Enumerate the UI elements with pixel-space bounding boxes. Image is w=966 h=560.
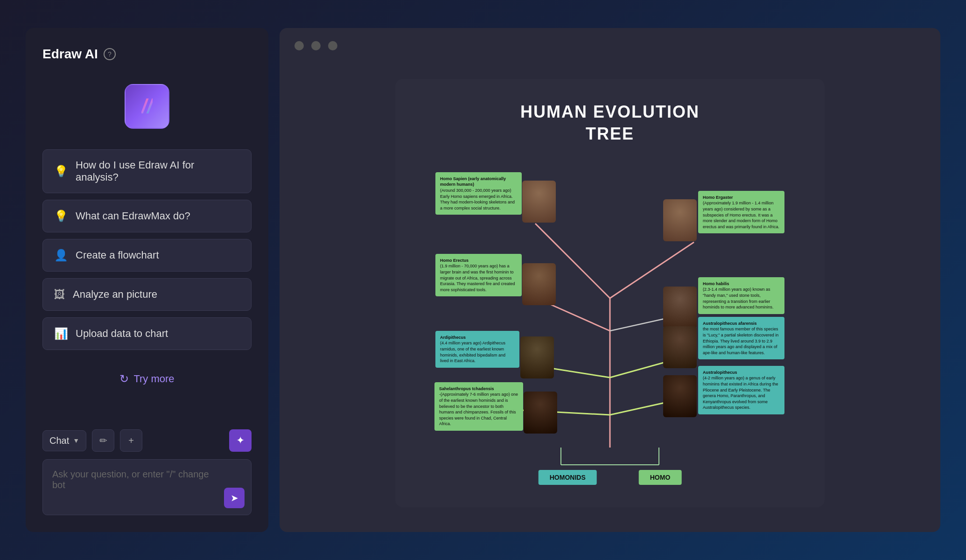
evolution-card: HUMAN EVOLUTIONTREE	[395, 79, 825, 507]
btn-upload-label: Upload data to chart	[76, 328, 168, 340]
main-header	[280, 28, 940, 63]
btn-analyze[interactable]: 🖼 Analyze an picture	[42, 278, 252, 311]
chat-send-button[interactable]: ➤	[224, 488, 245, 508]
chat-input-area[interactable]: Ask your question, or enter "/" change b…	[42, 459, 252, 515]
btn-upload[interactable]: 📊 Upload data to chart	[42, 317, 252, 350]
window-dot-2	[311, 41, 321, 50]
app-container: Edraw AI ? // 💡 How do I use Edraw AI fo…	[26, 28, 940, 532]
homo-sapien-box: Homo Sapien (early anatomically modern h…	[435, 172, 522, 215]
homo-ergaster-box: Homo Ergaster (Approximately 1.9 million…	[698, 191, 784, 234]
chat-select[interactable]: Chat ▼	[42, 430, 86, 451]
image-icon: 🖼	[54, 288, 65, 301]
figure-sahelanthropus	[524, 392, 557, 434]
bulb-icon-2: 💡	[54, 210, 68, 223]
tree-container: Homo Sapien (early anatomically modern h…	[421, 168, 798, 485]
bulb-icon-1: 💡	[54, 165, 68, 178]
figure-homo-ergaster	[663, 199, 697, 241]
toolbar-edit-btn[interactable]: ✏	[92, 429, 114, 452]
homo-habilis-box: Homo habilis (2.3-1.4 million years ago)…	[698, 277, 784, 314]
sidebar: Edraw AI ? // 💡 How do I use Edraw AI fo…	[26, 28, 268, 532]
person-icon: 👤	[54, 249, 68, 262]
evolution-title: HUMAN EVOLUTIONTREE	[421, 101, 798, 145]
logo-icon: //	[141, 95, 152, 118]
austra-afarensis-box: Australopithecus afarensis the most famo…	[698, 317, 784, 360]
action-buttons: 💡 How do I use Edraw AI for analysis? 💡 …	[42, 149, 252, 350]
figure-austra-afarensis	[663, 326, 697, 368]
chart-icon: 📊	[54, 327, 68, 340]
edit-icon: ✏	[99, 435, 107, 446]
toolbar-add-btn[interactable]: +	[120, 429, 142, 452]
logo-wrapper: //	[42, 84, 252, 129]
btn-analyze-label: Analyze an picture	[73, 288, 157, 301]
toolbar-purple-btn[interactable]: ✦	[229, 429, 252, 452]
add-icon: +	[128, 435, 134, 446]
figure-australopithecus	[663, 375, 697, 417]
window-dot-1	[294, 41, 304, 50]
btn-edrawmax[interactable]: 💡 What can EdrawMax do?	[42, 200, 252, 232]
send-icon: ➤	[231, 492, 238, 504]
refresh-icon: ↻	[119, 372, 129, 385]
logo-box: //	[125, 84, 169, 129]
figure-homo-habilis	[663, 287, 697, 329]
figure-ardipithecus	[520, 336, 554, 378]
btn-flowchart-label: Create a flowchart	[76, 249, 159, 261]
chat-toolbar: Chat ▼ ✏ + ✦	[42, 429, 252, 452]
sahelanthropus-box: Sahelanthropus tchadensis -(Approximatel…	[434, 382, 523, 431]
btn-analysis[interactable]: 💡 How do I use Edraw AI for analysis?	[42, 149, 252, 193]
chevron-down-icon: ▼	[73, 437, 79, 444]
figure-homo-sapien	[522, 181, 556, 223]
homo-erectus-box: Homo Erectus (1.9 million - 70,000 years…	[435, 254, 522, 297]
try-more-button[interactable]: ↻ Try more	[42, 365, 252, 393]
window-dot-3	[328, 41, 337, 50]
btn-flowchart[interactable]: 👤 Create a flowchart	[42, 239, 252, 272]
figure-homo-erectus	[522, 263, 556, 305]
homonids-label: HOMONIDS	[539, 470, 597, 485]
sparkle-icon: ✦	[236, 434, 245, 447]
btn-edrawmax-label: What can EdrawMax do?	[76, 210, 190, 222]
app-title: Edraw AI	[42, 47, 98, 62]
sidebar-header: Edraw AI ?	[42, 47, 252, 62]
main-content: HUMAN EVOLUTIONTREE	[280, 63, 940, 532]
main-area: HUMAN EVOLUTIONTREE	[280, 28, 940, 532]
btn-analysis-label: How do I use Edraw AI for analysis?	[76, 159, 240, 183]
homo-label: HOMO	[639, 470, 682, 485]
chat-select-label: Chat	[49, 435, 69, 446]
help-icon[interactable]: ?	[104, 48, 116, 60]
try-more-label: Try more	[133, 373, 174, 385]
ardipithecus-box: Ardipithecus (4.4 million years ago) Ard…	[435, 331, 519, 368]
sidebar-footer: Chat ▼ ✏ + ✦ Ask your question, or enter…	[42, 429, 252, 515]
chat-input-placeholder: Ask your question, or enter "/" change b…	[52, 469, 209, 490]
australopithecus-box: Australopithecus (4-2 million years ago)…	[698, 366, 784, 414]
